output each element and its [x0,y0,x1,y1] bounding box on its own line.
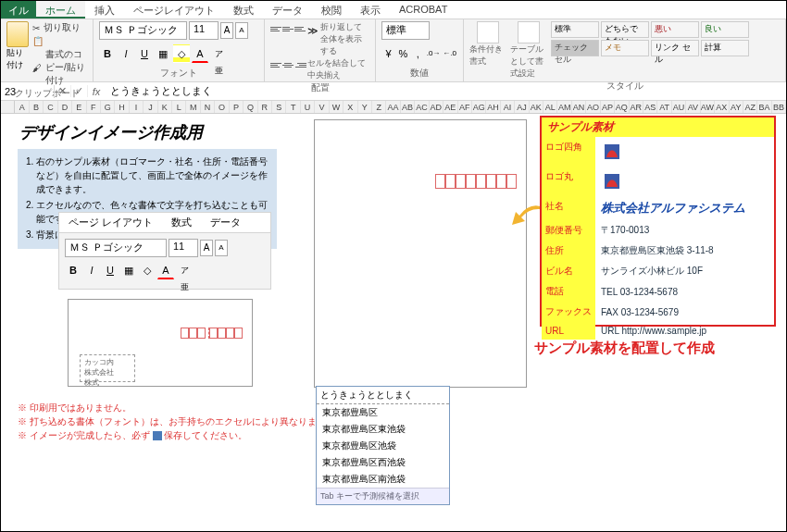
tab-review[interactable]: 校閲 [312,1,351,19]
ime-candidate[interactable]: 東京都豊島区池袋 [317,438,449,454]
column-header[interactable]: E [72,101,86,113]
align-right-icon[interactable] [294,57,306,72]
align-middle-icon[interactable] [282,21,294,36]
style-chip[interactable]: 計算 [701,40,749,56]
column-header[interactable]: AX [715,101,729,113]
ime-candidate[interactable]: 東京都豊島区西池袋 [317,454,449,471]
style-chip[interactable]: 悪い [651,21,699,38]
merge-button[interactable]: セルを結合して中央揃え [307,57,369,81]
column-header[interactable]: AE [443,101,457,113]
column-header[interactable]: N [201,101,215,113]
percent-icon[interactable]: % [396,44,410,63]
column-header[interactable]: S [272,101,286,113]
worksheet[interactable]: デザインイメージ作成用 右のサンプル素材（ロゴマーク・社名・住所・電話番号など）… [1,114,786,530]
column-header[interactable]: AW [701,101,715,113]
style-chip[interactable]: チェック セル [551,40,599,56]
column-header[interactable]: AH [486,101,500,113]
column-header[interactable]: AF [458,101,472,113]
ime-candidate-popup[interactable]: とうきょうととしまく 東京都豊島区 東京都豊島区東池袋 東京都豊島区池袋 東京都… [316,386,450,505]
column-header[interactable]: F [87,101,101,113]
column-header[interactable]: AS [643,101,657,113]
wrap-text-button[interactable]: 折り返して全体を表示する [320,21,369,57]
format-painter-button[interactable]: 🖌書式のコピー/貼り付け [32,48,87,87]
column-header[interactable]: T [286,101,300,113]
column-header[interactable]: R [258,101,272,113]
column-header[interactable]: K [158,101,172,113]
decrease-font-icon[interactable]: A [235,22,248,39]
column-header[interactable]: P [230,101,244,113]
tab-home[interactable]: ホーム [36,1,85,19]
column-header[interactable]: O [215,101,229,113]
column-header[interactable]: W [330,101,344,113]
column-header[interactable]: Y [358,101,372,113]
tab-formulas[interactable]: 数式 [224,1,263,19]
column-header[interactable]: BB [772,101,786,113]
align-left-icon[interactable] [270,57,281,72]
column-header[interactable]: AU [672,101,686,113]
phonetic-button[interactable]: ア亜 [210,44,227,63]
name-box[interactable]: 23 [1,85,55,98]
number-format-combo[interactable]: 標準 [381,21,430,40]
font-size-combo[interactable]: 11 [189,21,219,40]
column-header[interactable]: Z [372,101,386,113]
column-header[interactable]: Q [244,101,257,113]
column-header[interactable]: L [172,101,186,113]
style-chip[interactable]: 良い [701,21,749,38]
column-header[interactable]: AK [530,101,543,113]
style-chip[interactable]: メモ [601,40,649,56]
column-header[interactable]: AT [657,101,671,113]
column-header[interactable]: J [144,101,157,113]
orientation-icon[interactable]: ≫ [306,21,319,40]
column-header[interactable]: AI [501,101,515,113]
bold-button[interactable]: B [99,44,116,63]
style-chip[interactable]: リンク セル [651,40,699,56]
underline-button[interactable]: U [136,44,153,63]
column-header[interactable]: AQ [615,101,629,113]
column-header[interactable]: AD [430,101,443,113]
column-header[interactable]: AP [601,101,615,113]
formula-input[interactable]: とうきょうととしまく [105,83,786,99]
tab-pagelayout[interactable]: ページレイアウト [124,1,224,19]
column-header[interactable]: AZ [743,101,757,113]
dec-decimal-icon[interactable]: ←.0 [442,44,457,63]
cancel-icon[interactable]: ✕ [55,85,71,97]
ime-candidate[interactable]: 東京都豊島区東池袋 [317,421,449,438]
column-header[interactable]: AM [557,101,571,113]
column-header[interactable]: D [58,101,72,113]
copy-button[interactable]: 📋 [32,36,87,46]
column-header[interactable]: H [115,101,129,113]
comma-icon[interactable]: , [411,44,425,63]
column-header[interactable]: AA [386,101,400,113]
increase-font-icon[interactable]: A [220,22,233,39]
column-header[interactable]: AB [401,101,415,113]
column-header[interactable]: AG [472,101,486,113]
tab-view[interactable]: 表示 [351,1,390,19]
enter-icon[interactable]: ✓ [71,85,88,97]
column-header[interactable]: AN [572,101,586,113]
align-center-icon[interactable] [282,57,294,72]
column-header[interactable]: M [186,101,200,113]
column-header[interactable]: AL [543,101,557,113]
tab-acrobat[interactable]: ACROBAT [390,1,456,19]
fx-icon[interactable]: fx [88,86,105,97]
font-name-combo[interactable]: ＭＳ Ｐゴシック [99,21,187,40]
format-table-button[interactable]: テーブルとして書式設定 [510,21,547,80]
column-header[interactable]: C [44,101,57,113]
file-tab[interactable]: イル [1,1,36,19]
column-header[interactable]: AJ [515,101,529,113]
column-header[interactable]: A [15,101,29,113]
style-chip[interactable]: 標準 [551,21,599,38]
paste-button[interactable]: 貼り付け [6,21,29,87]
column-header[interactable]: U [301,101,315,113]
align-bottom-icon[interactable] [294,21,306,36]
column-header[interactable]: AR [630,101,643,113]
column-header[interactable]: AV [686,101,700,113]
italic-button[interactable]: I [118,44,134,63]
column-header[interactable]: V [315,101,329,113]
column-header[interactable]: I [130,101,144,113]
border-button[interactable]: ▦ [155,44,171,63]
ime-candidate[interactable]: 東京都豊島区南池袋 [317,471,449,488]
font-color-button[interactable]: A [192,44,208,63]
currency-icon[interactable]: ¥ [381,44,395,63]
inc-decimal-icon[interactable]: .0→ [426,44,442,63]
